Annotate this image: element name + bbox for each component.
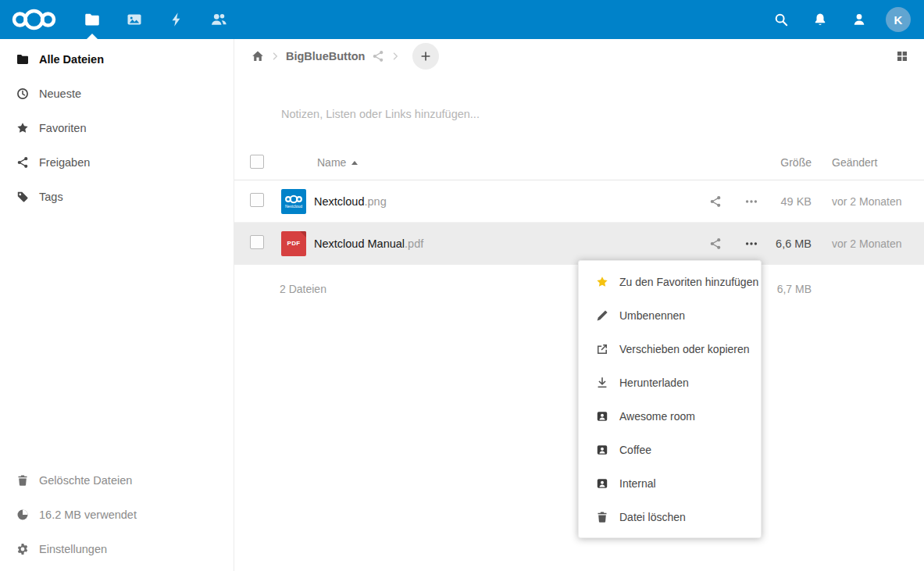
tag-icon (16, 191, 29, 203)
menu-item-room-coffee[interactable]: Coffee (579, 433, 761, 466)
activity-bolt-icon (169, 12, 184, 27)
download-icon (596, 377, 608, 389)
row-share-button[interactable] (700, 228, 731, 259)
grid-view-toggle[interactable] (891, 45, 913, 67)
file-modified: vor 2 Monaten (832, 195, 913, 208)
header-right: K (762, 0, 924, 39)
share-icon (16, 156, 29, 169)
search-icon (774, 12, 788, 27)
sidebar-item-label: Gelöschte Dateien (39, 474, 132, 487)
file-thumbnail-pdf[interactable]: PDF (281, 231, 306, 256)
star-icon (16, 122, 29, 134)
column-header-size[interactable]: Größe (769, 156, 832, 169)
row-actions-button[interactable] (736, 228, 767, 259)
star-icon (596, 276, 608, 288)
sidebar-item-recent[interactable]: Neueste (0, 77, 234, 111)
column-header-name[interactable]: Name (312, 156, 697, 169)
app-activity-button[interactable] (155, 0, 198, 39)
search-button[interactable] (762, 0, 801, 39)
menu-item-room-internal[interactable]: Internal (579, 466, 761, 500)
room-icon (596, 477, 608, 490)
home-button[interactable] (252, 50, 264, 62)
menu-item-download[interactable]: Herunterladen (579, 366, 761, 399)
room-icon (596, 410, 608, 423)
folder-icon (84, 12, 100, 27)
nextcloud-app: K Alle Dateien Neueste Favoriten Freigab… (0, 0, 924, 571)
sidebar-item-trash[interactable]: Gelöschte Dateien (0, 463, 234, 498)
share-icon (709, 237, 722, 250)
home-icon (252, 50, 264, 62)
file-thumbnail-nextcloud-png[interactable]: Nextcloud (281, 189, 306, 214)
sidebar-item-label: Neueste (39, 87, 81, 100)
breadcrumb-current-folder[interactable]: BigBlueButton (286, 50, 365, 62)
menu-item-move-or-copy[interactable]: Verschieben oder kopieren (579, 332, 761, 366)
photos-icon (127, 12, 142, 27)
contacts-menu-button[interactable] (840, 0, 879, 39)
share-icon (372, 50, 384, 62)
column-header-modified[interactable]: Geändert (832, 156, 913, 169)
menu-item-add-to-favorites[interactable]: Zu den Favoriten hinzufügen (579, 265, 761, 298)
quota-label: 16.2 MB verwendet (39, 509, 137, 521)
top-bar: K (0, 0, 924, 39)
app-contacts-button[interactable] (198, 0, 240, 39)
sidebar-nav: Alle Dateien Neueste Favoriten Freigaben… (0, 42, 234, 214)
file-name-link[interactable]: Nextcloud Manual.pdf (312, 237, 697, 250)
sidebar-footer: Gelöschte Dateien 16.2 MB verwendet Eins… (0, 463, 234, 566)
file-size: 49 KB (769, 195, 832, 208)
rich-workspace-placeholder[interactable]: Notizen, Listen oder Links hinzufügen... (281, 108, 924, 123)
sidebar-item-label: Alle Dateien (39, 53, 104, 66)
row-checkbox[interactable] (250, 193, 264, 207)
user-avatar[interactable]: K (886, 7, 911, 32)
file-row-nextcloud-manual-pdf: PDF Nextcloud Manual.pdf 6,6 MB vor 2 Mo… (234, 223, 924, 265)
sidebar: Alle Dateien Neueste Favoriten Freigaben… (0, 39, 234, 571)
row-share-button[interactable] (700, 186, 731, 217)
nextcloud-logo[interactable] (9, 8, 59, 31)
quota-pie-icon (16, 509, 29, 521)
sidebar-item-tags[interactable]: Tags (0, 180, 234, 214)
new-file-button[interactable] (412, 43, 439, 70)
breadcrumb: BigBlueButton (234, 39, 924, 73)
sort-ascending-icon (351, 161, 358, 165)
trash-icon (596, 511, 608, 523)
room-icon (596, 444, 608, 456)
menu-item-delete-file[interactable]: Datei löschen (579, 500, 761, 534)
move-icon (596, 343, 608, 355)
file-list-header: Name Größe Geändert (234, 145, 924, 180)
menu-item-rename[interactable]: Umbenennen (579, 298, 761, 332)
sidebar-item-favorites[interactable]: Favoriten (0, 111, 234, 145)
file-size: 6,6 MB (769, 237, 832, 250)
sidebar-item-shares[interactable]: Freigaben (0, 145, 234, 180)
sidebar-item-all-files[interactable]: Alle Dateien (0, 42, 234, 77)
menu-item-room-awesome[interactable]: Awesome room (579, 399, 761, 433)
contacts-people-icon (211, 12, 227, 27)
row-checkbox[interactable] (250, 235, 264, 249)
chevron-right-icon (390, 51, 401, 62)
avatar-letter: K (894, 13, 903, 27)
trash-icon (16, 474, 29, 487)
grid-view-icon (896, 50, 908, 62)
app-photos-button[interactable] (113, 0, 155, 39)
files-main: BigBlueButton Notizen, Listen oder Links… (234, 39, 924, 571)
sidebar-item-label: Einstellungen (39, 543, 107, 555)
file-actions-menu: Zu den Favoriten hinzufügen Umbenennen V… (578, 260, 762, 538)
notifications-button[interactable] (801, 0, 840, 39)
folder-icon (16, 53, 29, 66)
file-row-nextcloud-png: Nextcloud Nextcloud.png 49 KB vor 2 Mona… (234, 180, 924, 223)
summary-total-size: 6,7 MB (769, 283, 832, 295)
clock-icon (16, 87, 29, 100)
sidebar-item-label: Favoriten (39, 122, 86, 134)
row-actions-button[interactable] (736, 186, 767, 217)
sidebar-item-label: Freigaben (39, 156, 90, 169)
sidebar-item-quota: 16.2 MB verwendet (0, 498, 234, 532)
breadcrumb-share-button[interactable] (372, 50, 384, 62)
share-icon (709, 195, 722, 208)
select-all-checkbox[interactable] (250, 155, 264, 169)
file-name-link[interactable]: Nextcloud.png (312, 195, 697, 208)
bell-icon (813, 12, 827, 27)
sidebar-item-settings[interactable]: Einstellungen (0, 532, 234, 566)
app-files-button[interactable] (71, 0, 113, 39)
thumbnail-caption: Nextcloud (285, 204, 302, 209)
pdf-badge: PDF (287, 240, 300, 247)
three-dots-icon (745, 195, 758, 208)
gear-icon (16, 543, 29, 555)
